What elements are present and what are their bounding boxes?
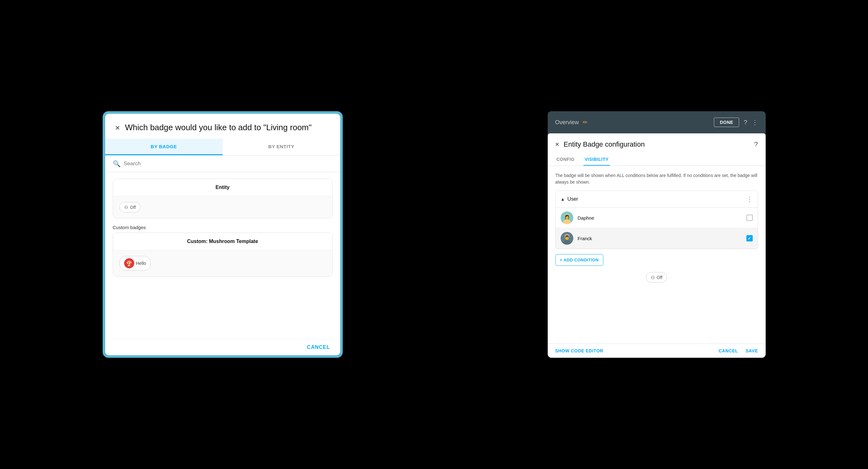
ebd-header-right: ? [754,140,758,149]
tabs-row: BY BADGE BY ENTITY [105,139,340,155]
chevron-up-icon[interactable]: ▲ [561,197,565,202]
topbar-help-icon[interactable]: ? [744,119,747,126]
entity-section: Entity ⊖ Off [113,179,333,218]
search-row: 🔍 [105,155,340,172]
done-button[interactable]: DONE [714,118,739,127]
close-icon[interactable]: × [115,123,120,132]
user-name-daphne: Daphne [578,215,742,221]
entity-badge-card[interactable]: Entity ⊖ Off [113,179,333,218]
custom-badge-card[interactable]: Custom: Mushroom Template 🍄 Hello [113,233,333,276]
tab-visibility[interactable]: VISIBILITY [583,154,610,166]
custom-section-label: Custom badges [113,225,333,230]
off-toggle-row: ⊖ Off [555,272,758,283]
dialog-header: × Which badge would you like to add to "… [105,114,340,139]
show-code-editor-button[interactable]: SHOW CODE EDITOR [555,348,603,353]
entity-off-label: Off [130,205,136,210]
entity-off-toggle[interactable]: ⊖ Off [119,202,141,212]
condition-group-header-left: ▲ User [561,196,578,202]
avatar-franck: 👨 [561,232,573,244]
badges-scroll-area[interactable]: Entity ⊖ Off Custom badges Custom: Mushr… [105,172,340,339]
visibility-off-label: Off [657,275,662,280]
condition-group-header: ▲ User ⋮ [556,191,758,207]
search-input[interactable] [124,160,333,167]
condition-group-more-icon[interactable]: ⋮ [746,195,753,203]
ebd-close-icon[interactable]: × [555,140,559,149]
ebd-help-icon[interactable]: ? [754,140,758,148]
avatar-daphne: 👩 [561,211,573,224]
right-topbar: Overview ✏ DONE ? ⋮ [548,111,766,134]
eye-off-icon: ⊖ [124,204,128,210]
left-dialog-footer: CANCEL [105,339,340,355]
ebd-body[interactable]: The badge will be shown when ALL conditi… [548,166,766,344]
overview-label: Overview [555,119,579,126]
visibility-description: The badge will be shown when ALL conditi… [555,172,758,185]
user-list: 👩 Daphne 👨 [556,207,758,249]
entity-badge-card-body: ⊖ Off [113,196,332,218]
cancel-button[interactable]: CANCEL [307,345,330,350]
entity-badge-dialog: × Entity Badge configuration ? CONFIG VI… [548,134,766,358]
right-panel-frame: Overview ✏ DONE ? ⋮ × Entity Badge confi… [548,111,766,358]
footer-right-actions: CANCEL SAVE [719,348,758,353]
user-item-daphne[interactable]: 👩 Daphne [556,208,758,228]
topbar-more-icon[interactable]: ⋮ [752,118,758,126]
ebd-footer: SHOW CODE EDITOR CANCEL SAVE [548,344,766,358]
left-badge-picker-dialog: × Which badge would you like to add to "… [105,114,340,355]
ebd-header: × Entity Badge configuration ? [548,134,766,154]
mushroom-icon: 🍄 [124,258,134,268]
custom-badge-item[interactable]: 🍄 Hello [119,256,151,270]
svg-text:👩: 👩 [564,214,570,219]
user-item-franck[interactable]: 👨 Franck [556,228,758,249]
left-badge-picker-frame: × Which badge would you like to add to "… [103,111,343,358]
custom-badge-hello-label: Hello [136,261,146,266]
dialog-title: Which badge would you like to add to "Li… [125,123,312,133]
user-name-franck: Franck [578,236,742,241]
save-button[interactable]: SAVE [745,348,758,353]
ebd-title: Entity Badge configuration [563,140,645,149]
custom-badge-card-body: 🍄 Hello [113,250,332,276]
custom-badges-section: Custom badges Custom: Mushroom Template … [113,225,333,276]
eye-off-icon-right: ⊖ [651,274,655,280]
tab-by-entity[interactable]: BY ENTITY [223,139,340,155]
svg-text:👨: 👨 [564,235,570,240]
tab-config[interactable]: CONFIG [555,154,576,166]
group-title: User [567,196,578,202]
search-icon: 🔍 [113,160,121,168]
edit-icon[interactable]: ✏ [583,119,588,126]
condition-group: ▲ User ⋮ 👩 [555,190,758,249]
topbar-left: Overview ✏ [555,119,588,126]
ebd-tabs: CONFIG VISIBILITY [548,154,766,166]
checkbox-franck[interactable] [746,235,753,241]
topbar-right: DONE ? ⋮ [714,118,758,127]
ebd-cancel-button[interactable]: CANCEL [719,348,738,353]
ebd-header-left: × Entity Badge configuration [555,140,645,149]
add-condition-button[interactable]: + ADD CONDITION [555,254,603,266]
tab-by-badge[interactable]: BY BADGE [105,139,223,155]
checkbox-daphne[interactable] [746,214,753,221]
visibility-off-toggle[interactable]: ⊖ Off [646,272,667,283]
custom-badge-card-header: Custom: Mushroom Template [113,233,332,250]
entity-badge-card-header: Entity [113,179,332,196]
